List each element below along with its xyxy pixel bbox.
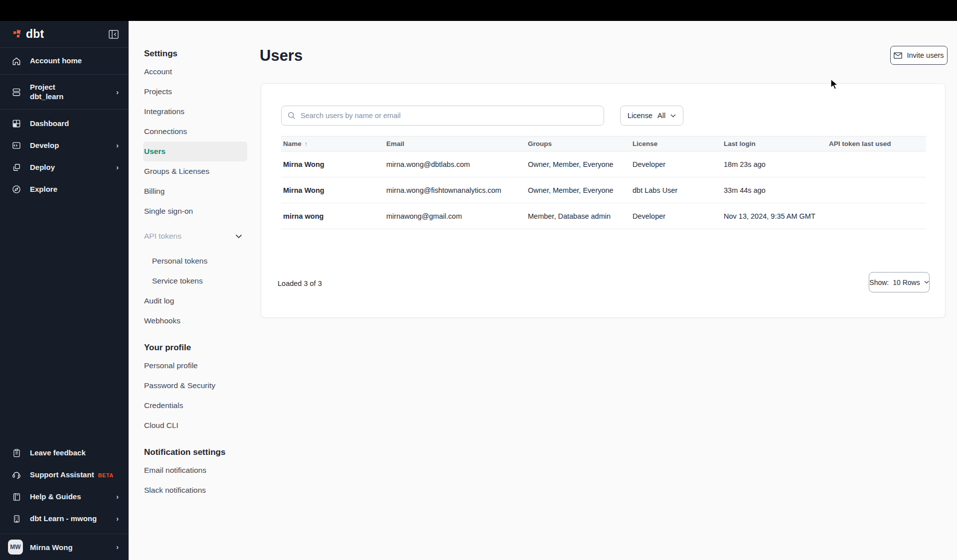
chevron-right-icon: › [116, 543, 119, 551]
table-row[interactable]: mirna wong mirnawong@gmail.com Member, D… [281, 203, 926, 229]
sidebar-item-label: dbt Learn - mwong [30, 514, 108, 524]
beta-badge: BETA [98, 472, 114, 478]
clipboard-icon [11, 448, 22, 458]
chevron-right-icon: › [116, 88, 119, 96]
sidebar-item-label: Develop [30, 141, 108, 150]
cell-license: dbt Labs User [633, 186, 724, 194]
settings-nav-groups-licenses[interactable]: Groups & Licenses [144, 161, 247, 181]
settings-nav-credentials[interactable]: Credentials [144, 396, 247, 416]
sidebar-item-help-guides[interactable]: Help & Guides › [0, 486, 129, 508]
settings-nav-label: API tokens [144, 232, 181, 241]
settings-nav-personal-tokens[interactable]: Personal tokens [144, 251, 247, 271]
sidebar-item-account-switcher[interactable]: dbt Learn - mwong › [0, 508, 129, 530]
dbt-logo[interactable]: dbt [11, 27, 44, 41]
envelope-icon [894, 52, 902, 59]
home-icon [11, 56, 22, 66]
page-title: Users [260, 47, 303, 65]
settings-nav-projects[interactable]: Projects [144, 82, 247, 102]
cell-name: Mirna Wong [283, 186, 386, 194]
users-card: License All Name ↑ Email Groups License … [261, 83, 946, 318]
sidebar-item-support-assistant[interactable]: Support AssistantBETA [0, 464, 129, 486]
column-header-name[interactable]: Name ↑ [283, 140, 386, 147]
license-filter-value: All [657, 112, 665, 120]
cell-name: mirna wong [283, 212, 386, 220]
avatar: MW [8, 540, 23, 555]
settings-nav: Settings Account Projects Integrations C… [129, 21, 257, 560]
deploy-icon [11, 162, 22, 172]
cell-license: Developer [633, 212, 724, 220]
show-rows-button[interactable]: Show: 10 Rows [869, 272, 930, 292]
explore-compass-icon [11, 184, 22, 194]
cell-groups: Member, Database admin [528, 212, 633, 220]
app-screen: dbt Account home [0, 0, 957, 560]
chevron-down-icon [670, 114, 676, 118]
sidebar-item-label: Leave feedback [30, 448, 119, 458]
settings-nav-service-tokens[interactable]: Service tokens [144, 271, 247, 291]
settings-nav-email-notifications[interactable]: Email notifications [144, 460, 247, 480]
sidebar-item-account-home[interactable]: Account home [0, 48, 129, 75]
chevron-right-icon: › [116, 141, 119, 149]
building-icon [11, 514, 22, 524]
sidebar-item-develop[interactable]: Develop › [0, 135, 129, 156]
cell-last-login: 33m 44s ago [724, 186, 829, 194]
settings-nav-slack-notifications[interactable]: Slack notifications [144, 480, 247, 500]
column-header-license[interactable]: License [633, 140, 724, 147]
chevron-right-icon: › [116, 163, 119, 171]
settings-nav-single-sign-on[interactable]: Single sign-on [144, 201, 247, 221]
settings-nav-account[interactable]: Account [144, 62, 247, 82]
settings-nav-integrations[interactable]: Integrations [144, 102, 247, 122]
settings-nav-billing[interactable]: Billing [144, 181, 247, 201]
sidebar-item-dashboard[interactable]: Dashboard [0, 113, 129, 135]
settings-nav-webhooks[interactable]: Webhooks [144, 311, 247, 331]
cell-name: Mirna Wong [283, 160, 386, 168]
cell-last-login: 18m 23s ago [724, 160, 829, 168]
settings-nav-audit-log[interactable]: Audit log [144, 291, 247, 311]
column-header-email[interactable]: Email [386, 140, 528, 147]
sidebar-user-name: Mirna Wong [30, 543, 109, 552]
search-icon [288, 112, 296, 120]
settings-nav-personal-profile[interactable]: Personal profile [144, 356, 247, 376]
invite-users-label: Invite users [907, 51, 944, 59]
table-row[interactable]: Mirna Wong mirna.wong@dbtlabs.com Owner,… [281, 151, 926, 177]
settings-nav-api-tokens[interactable]: API tokens [144, 226, 247, 246]
sidebar-item-label: Explore [30, 185, 119, 194]
column-header-api-token[interactable]: API token last used [829, 140, 926, 147]
chevron-down-icon [924, 280, 929, 284]
cell-groups: Owner, Member, Everyone [528, 160, 633, 168]
cell-email: mirna.wong@fishtownanalytics.com [386, 186, 528, 194]
chevron-right-icon: › [116, 493, 119, 501]
sidebar-item-leave-feedback[interactable]: Leave feedback [0, 442, 129, 464]
headset-icon [11, 470, 22, 480]
sidebar-item-label: Account home [30, 56, 119, 66]
settings-heading: Settings [144, 49, 247, 59]
sort-ascending-icon: ↑ [305, 140, 308, 147]
dbt-logo-text: dbt [26, 27, 44, 41]
invite-users-button[interactable]: Invite users [890, 46, 948, 65]
sidebar-item-label: Help & Guides [30, 492, 108, 502]
settings-nav-password-security[interactable]: Password & Security [144, 376, 247, 396]
book-icon [11, 492, 22, 502]
user-search [281, 106, 604, 126]
develop-code-icon [11, 140, 22, 150]
sidebar-project-name: dbt_learn [30, 92, 108, 102]
sidebar-user-menu[interactable]: MW Mirna Wong › [0, 534, 129, 560]
license-filter-label: License [628, 112, 652, 120]
users-table: Name ↑ Email Groups License Last login A… [281, 136, 926, 229]
chevron-down-icon [235, 232, 242, 241]
notification-settings-heading: Notification settings [144, 447, 247, 457]
settings-nav-connections[interactable]: Connections [144, 122, 247, 141]
sidebar-item-label: Project [30, 83, 55, 91]
settings-nav-users[interactable]: Users [143, 141, 247, 161]
column-header-last-login[interactable]: Last login [724, 140, 829, 147]
search-input[interactable] [301, 112, 598, 120]
settings-nav-cloud-cli[interactable]: Cloud CLI [144, 416, 247, 435]
sidebar-item-explore[interactable]: Explore [0, 178, 129, 200]
table-row[interactable]: Mirna Wong mirna.wong@fishtownanalytics.… [281, 177, 926, 203]
column-header-groups[interactable]: Groups [528, 140, 633, 147]
chevron-right-icon: › [116, 515, 119, 523]
sidebar-item-deploy[interactable]: Deploy › [0, 156, 129, 178]
sidebar-item-project[interactable]: Project dbt_learn › [0, 75, 129, 110]
sidebar-item-label: Support AssistantBETA [30, 470, 119, 480]
collapse-sidebar-icon[interactable] [109, 30, 119, 39]
license-filter-button[interactable]: License All [620, 106, 683, 126]
